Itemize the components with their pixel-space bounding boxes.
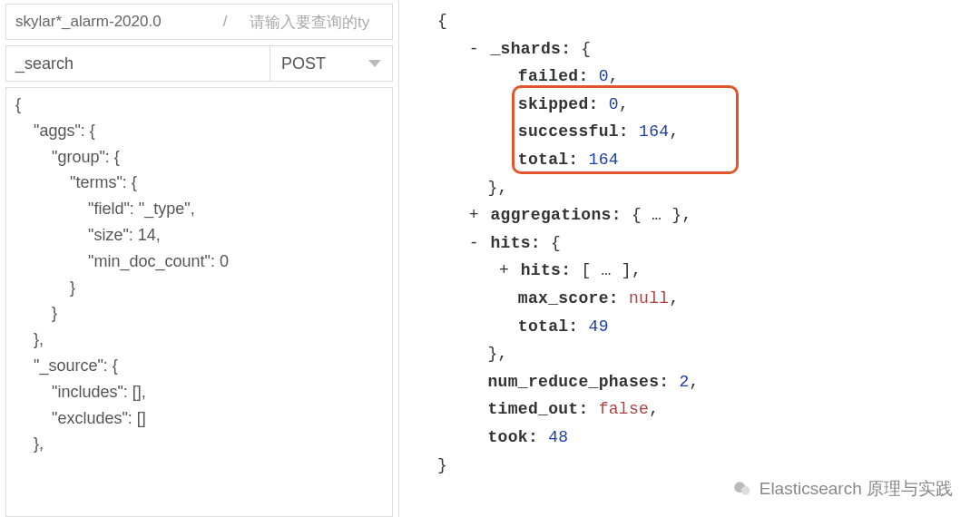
json-key: total bbox=[518, 151, 569, 169]
resp-line: }, bbox=[437, 174, 980, 202]
json-key: max_score bbox=[518, 289, 609, 307]
resp-line: failed: 0, bbox=[437, 63, 980, 91]
svg-point-1 bbox=[741, 486, 750, 495]
index-input[interactable]: skylar*_alarm-2020.0 bbox=[5, 4, 210, 40]
left-panel: skylar*_alarm-2020.0 / 请输入要查询的ty _search… bbox=[0, 0, 399, 517]
chevron-down-icon bbox=[368, 60, 381, 67]
json-key: num_reduce_phases bbox=[488, 373, 660, 391]
resp-line: timed_out: false, bbox=[437, 395, 980, 424]
json-number: 48 bbox=[548, 428, 568, 446]
expand-toggle[interactable]: + bbox=[467, 201, 480, 229]
collapse-toggle[interactable]: - bbox=[467, 35, 480, 63]
req-line: "excludes": [] bbox=[15, 405, 390, 432]
wechat-icon bbox=[732, 479, 752, 499]
index-type-row: skylar*_alarm-2020.0 / 请输入要查询的ty bbox=[5, 4, 393, 40]
req-line: "terms": { bbox=[15, 170, 390, 196]
json-key: successful bbox=[518, 122, 619, 141]
resp-line: total: 49 bbox=[437, 313, 980, 341]
json-key: aggregations bbox=[490, 206, 611, 224]
json-number: 164 bbox=[589, 151, 619, 169]
watermark-text: Elasticsearch 原理与实践 bbox=[760, 477, 953, 501]
collapse-toggle[interactable]: - bbox=[467, 229, 480, 258]
json-key: timed_out bbox=[488, 400, 579, 418]
app-root: skylar*_alarm-2020.0 / 请输入要查询的ty _search… bbox=[0, 0, 980, 517]
req-line: "size": 14, bbox=[15, 222, 390, 249]
response-panel: { - _shards: { failed: 0, skipped: 0, su… bbox=[434, 0, 980, 517]
resp-line: skipped: 0, bbox=[437, 91, 980, 119]
resp-line: }, bbox=[437, 340, 980, 368]
resp-line: successful: 164, bbox=[437, 118, 980, 146]
endpoint-input[interactable]: _search bbox=[5, 45, 270, 82]
json-number: 49 bbox=[589, 317, 609, 336]
json-key: failed bbox=[518, 67, 579, 85]
json-key: total bbox=[518, 317, 569, 336]
req-line: "includes": [], bbox=[15, 379, 390, 405]
req-line: "min_doc_count": 0 bbox=[15, 249, 390, 275]
resp-line: - hits: { bbox=[437, 229, 980, 258]
request-body-editor[interactable]: { "aggs": { "group": { "terms": { "field… bbox=[5, 87, 393, 517]
json-bool: false bbox=[599, 400, 650, 418]
resp-line: num_reduce_phases: 2, bbox=[437, 368, 980, 396]
json-number: 2 bbox=[679, 373, 689, 391]
json-collapsed: { … }, bbox=[632, 206, 692, 224]
resp-line: - _shards: { bbox=[437, 35, 980, 63]
req-line: }, bbox=[15, 431, 390, 457]
panel-divider bbox=[399, 0, 434, 517]
expand-toggle[interactable]: + bbox=[498, 257, 511, 285]
req-line: "_source": { bbox=[15, 353, 390, 379]
resp-line: took: 48 bbox=[437, 424, 980, 452]
endpoint-method-row: _search POST bbox=[5, 45, 393, 82]
resp-line: total: 164 bbox=[437, 146, 980, 174]
req-line: "field": "_type", bbox=[15, 196, 390, 222]
json-number: 164 bbox=[639, 122, 669, 141]
http-method-label: POST bbox=[281, 54, 326, 73]
resp-line: } bbox=[437, 452, 980, 480]
json-null: null bbox=[629, 289, 669, 307]
json-key: hits bbox=[490, 234, 530, 252]
resp-line: max_score: null, bbox=[437, 285, 980, 313]
resp-line: + hits: [ … ], bbox=[437, 257, 980, 285]
req-line: } bbox=[15, 300, 390, 327]
json-number: 0 bbox=[599, 67, 609, 85]
json-number: 0 bbox=[609, 95, 619, 113]
json-key: skipped bbox=[518, 95, 589, 113]
req-line: } bbox=[15, 275, 390, 301]
json-key: _shards bbox=[490, 40, 561, 58]
req-line: }, bbox=[15, 327, 390, 353]
type-input[interactable]: 请输入要查询的ty bbox=[240, 4, 393, 40]
req-line: "aggs": { bbox=[15, 118, 390, 144]
request-body-scroll[interactable]: { "aggs": { "group": { "terms": { "field… bbox=[6, 88, 392, 516]
resp-line: { bbox=[437, 7, 980, 35]
json-collapsed: [ … ], bbox=[581, 261, 642, 279]
resp-line: + aggregations: { … }, bbox=[437, 201, 980, 229]
http-method-select[interactable]: POST bbox=[270, 45, 393, 82]
json-key: hits bbox=[521, 261, 561, 279]
req-line: { bbox=[15, 92, 390, 118]
req-line: "group": { bbox=[15, 144, 390, 171]
watermark: Elasticsearch 原理与实践 bbox=[732, 477, 953, 501]
json-key: took bbox=[488, 428, 528, 446]
path-separator: / bbox=[210, 4, 240, 40]
